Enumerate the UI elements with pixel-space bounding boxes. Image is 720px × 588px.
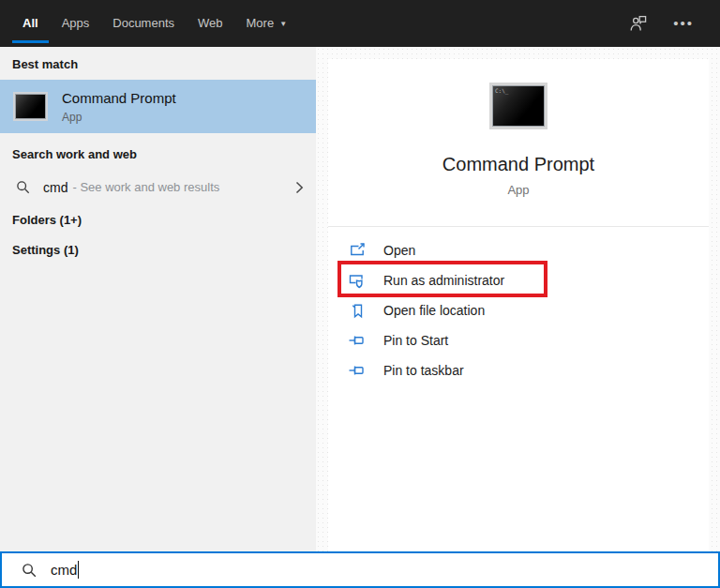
- results-list-panel: Best match Command Prompt App Search wor…: [0, 47, 316, 551]
- result-type-label: App: [62, 111, 176, 124]
- text-caret: [78, 561, 79, 579]
- context-actions-list: Open Run as administrator: [328, 235, 709, 385]
- search-filter-bar: All Apps Documents Web More▼ •••: [0, 0, 720, 47]
- chevron-right-icon: [295, 181, 304, 194]
- filter-tabs: All Apps Documents Web More▼: [22, 0, 287, 47]
- tab-all-label: All: [22, 16, 38, 30]
- search-results-area: Best match Command Prompt App Search wor…: [0, 47, 720, 551]
- search-icon: [22, 563, 37, 578]
- divider: [328, 226, 709, 227]
- search-work-web-header: Search work and web: [0, 147, 316, 161]
- best-match-result-command-prompt[interactable]: Command Prompt App: [0, 80, 316, 133]
- pin-icon: [349, 363, 366, 378]
- prompt-text: C:\_: [495, 87, 508, 94]
- action-label: Run as administrator: [383, 273, 504, 288]
- folders-group-header[interactable]: Folders (1+): [0, 213, 316, 227]
- command-prompt-icon-large: C:\_: [489, 83, 548, 129]
- tab-more-label: More: [247, 16, 275, 30]
- suggestion-hint: - See work and web results: [72, 180, 219, 194]
- action-open[interactable]: Open: [328, 235, 709, 265]
- acrylic-backdrop: C:\_ Command Prompt App Open: [316, 47, 720, 551]
- settings-group-header[interactable]: Settings (1): [0, 243, 316, 257]
- tab-apps[interactable]: Apps: [62, 0, 90, 47]
- search-query-text: cmd: [51, 562, 77, 578]
- web-search-suggestion[interactable]: cmd - See work and web results: [0, 172, 316, 203]
- tab-all[interactable]: All: [22, 0, 38, 47]
- action-label: Open: [383, 243, 415, 258]
- tab-documents[interactable]: Documents: [112, 0, 174, 47]
- tab-apps-label: Apps: [62, 16, 90, 30]
- suggestion-query: cmd: [43, 180, 68, 195]
- preview-title: Command Prompt: [328, 154, 709, 175]
- preview-panel: C:\_ Command Prompt App Open: [328, 59, 709, 551]
- pin-icon: [349, 333, 366, 348]
- tab-web-label: Web: [198, 16, 223, 30]
- action-pin-to-taskbar[interactable]: Pin to taskbar: [328, 355, 709, 385]
- open-file-location-icon: [349, 303, 366, 319]
- action-pin-to-start[interactable]: Pin to Start: [328, 325, 709, 355]
- action-open-file-location[interactable]: Open file location: [328, 295, 709, 325]
- chevron-down-icon: ▼: [279, 20, 287, 28]
- more-options-icon[interactable]: •••: [673, 19, 694, 28]
- open-icon: [349, 243, 366, 258]
- action-label: Open file location: [383, 303, 485, 318]
- feedback-person-icon[interactable]: [628, 13, 649, 34]
- preview-type-label: App: [328, 183, 709, 197]
- tab-more[interactable]: More▼: [247, 0, 288, 47]
- action-label: Pin to taskbar: [383, 363, 464, 378]
- command-prompt-icon: [13, 92, 48, 121]
- search-input[interactable]: cmd: [0, 551, 720, 588]
- best-match-header: Best match: [0, 57, 316, 71]
- tab-documents-label: Documents: [112, 16, 174, 30]
- search-icon: [16, 180, 30, 194]
- tab-web[interactable]: Web: [198, 0, 223, 47]
- action-run-as-administrator[interactable]: Run as administrator: [328, 265, 709, 295]
- result-title: Command Prompt: [62, 90, 176, 107]
- run-as-admin-icon: [349, 273, 366, 289]
- action-label: Pin to Start: [383, 333, 448, 348]
